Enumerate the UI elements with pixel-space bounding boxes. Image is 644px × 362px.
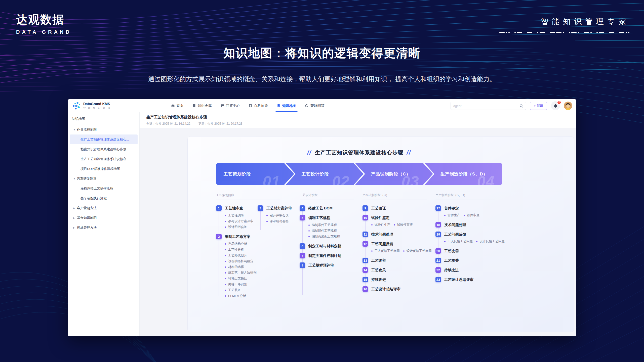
brand-logo-cn: 达观数据 — [16, 12, 72, 27]
step-title: 工艺改善 — [371, 258, 386, 263]
nav-item-qa-center[interactable]: 问答中心 — [220, 99, 240, 112]
process-step: 22持续改进 — [435, 267, 501, 273]
step-row: 14工艺攻关 — [363, 267, 433, 273]
nav-item-knowledge-repo[interactable]: 知识仓库 — [192, 99, 212, 112]
step-title: 制定工时与材料定额 — [308, 244, 341, 249]
step-row: 20工艺改善 — [435, 248, 501, 254]
column-tracks: 4搭建工艺 BOM5编制工艺规程编制零件工艺规程编制部件工艺规程编制总装配工艺规… — [300, 205, 360, 272]
step-row: 9工艺验证 — [363, 205, 433, 211]
tree-item-2[interactable]: 档案知识管理体系建设核心步骤 — [70, 144, 138, 154]
stage-number: 02 — [332, 174, 350, 185]
step-row: 4搭建工艺 BOM — [300, 205, 360, 211]
column-header: 产品试制阶段（C） — [363, 193, 427, 200]
step-title: 搭建工艺 BOM — [308, 206, 333, 211]
step-bullet: 工艺性调研 — [225, 213, 256, 218]
stage-arrow-3: 产品试制阶段（C）03 — [355, 163, 433, 185]
step-number-badge: 10 — [363, 215, 368, 220]
nav-item-smart-qa[interactable]: 智能问答 — [305, 99, 325, 112]
step-title: 工艺攻关 — [371, 268, 386, 273]
morse-code-decoration — [499, 31, 629, 33]
step-number-badge: 9 — [363, 205, 368, 211]
step-bullet: 设计图纸会签 — [225, 224, 256, 230]
process-step: 10试验件鉴定试验件生产试验件审查 — [363, 215, 433, 228]
step-number-badge: 21 — [435, 258, 441, 263]
nav-item-label: 知识仓库 — [198, 104, 212, 108]
process-step: 9工艺验证 — [363, 205, 433, 211]
tree-item-5[interactable]: ▼汽车研发制造 — [70, 174, 138, 184]
tree-item-label: 整车装配执行流程 — [80, 196, 107, 201]
tree-item-6[interactable]: 座椅焊接工艺操作流程 — [70, 184, 138, 193]
notification-button[interactable]: 2 — [551, 101, 560, 110]
nav-item-knowledge-map[interactable]: 知识地图 — [277, 99, 296, 112]
tree-item-1[interactable]: 生产工艺知识管理体系建设核心... — [70, 134, 138, 144]
stage-banner: 工艺策划阶段01工艺设计阶段02产品试制阶段（C）03生产制造阶段（S、D）04 — [216, 163, 502, 185]
step-row: 19工艺问题反馈 — [435, 231, 501, 237]
process-step: 1工艺性审查工艺性调研参与设计方案评审设计图纸会签 — [216, 205, 256, 230]
tree-item-4[interactable]: 项目SOP标准操作流程地图 — [70, 164, 138, 174]
search-box[interactable]: agent — [451, 102, 526, 110]
step-bullets: 召开评审会议评审结论会签 — [266, 213, 297, 224]
step-title: 编制工艺规程 — [308, 215, 330, 220]
main-nav: 首页知识仓库问答中心百科词条知识地图智能问答 — [171, 99, 325, 112]
step-number-badge: 19 — [435, 232, 441, 237]
bell-icon — [553, 104, 558, 108]
step-title: 试验件鉴定 — [371, 215, 390, 220]
content-area: 生产工艺知识管理体系建设核心步骤 创建：余放 2025-04-21 16:14:… — [140, 112, 576, 336]
step-row: 23工艺设计总结评审 — [435, 277, 501, 283]
step-title: 技术问题处理 — [371, 232, 393, 237]
search-input[interactable]: agent — [453, 104, 462, 108]
caret-down-icon: ▼ — [73, 177, 77, 180]
step-bullet: PFMEA 分析 — [225, 293, 256, 299]
diagram-column-2: 工艺设计阶段4搭建工艺 BOM5编制工艺规程编制零件工艺规程编制部件工艺规程编制… — [300, 193, 360, 302]
new-button[interactable]: + 新建 — [530, 102, 547, 110]
process-step: 15持续改进 — [363, 277, 433, 283]
step-row: 16工艺设计总结评审 — [363, 286, 433, 292]
process-step: 20工艺改善 — [435, 248, 501, 254]
app-brand-text: DataGrand KMS 智 能 知 识 管 理 — [83, 102, 111, 110]
diagram-title: 生产工艺知识管理体系建设核心步骤 — [315, 149, 404, 156]
search-icon — [519, 104, 523, 108]
brand-logo: 达观数据 DATA GRAND — [16, 12, 72, 35]
process-step: 12工艺问题反馈工人反馈工艺问题设计反馈工艺问题 — [363, 241, 433, 254]
column-header: 工艺设计阶段 — [300, 193, 354, 200]
nav-item-label: 百科词条 — [254, 104, 268, 108]
tree-item-label: 项目SOP标准操作流程地图 — [80, 167, 120, 171]
tree-item-label: 生产工艺知识管理体系建设核心... — [80, 137, 129, 142]
tree-item-label: 档案知识管理体系建设核心步骤 — [80, 147, 126, 152]
step-bullet: 评审结论会签 — [266, 218, 297, 224]
tree-item-0[interactable]: ▼作业流程地图 — [70, 125, 138, 134]
nav-item-label: 知识地图 — [282, 104, 296, 108]
slide-title: 知识地图：将知识的逻辑变得更清晰 — [0, 45, 644, 61]
tree-item-9[interactable]: ▶基金知识地图 — [70, 213, 138, 223]
column-tracks: 17首件鉴定首件生产首件审查18技术问题处理19工艺问题反馈工人反馈工艺问题设计… — [435, 205, 501, 286]
step-title: 工艺性审查 — [225, 206, 243, 211]
tree-item-7[interactable]: 整车装配执行流程 — [70, 193, 138, 203]
step-number-badge: 20 — [435, 248, 441, 254]
nav-item-home[interactable]: 首页 — [171, 99, 184, 112]
step-track: 9工艺验证10试验件鉴定试验件生产试验件审查11技术问题处理12工艺问题反馈工人… — [363, 205, 433, 296]
step-row: 13工艺改善 — [363, 257, 433, 263]
process-step: 17首件鉴定首件生产首件审查 — [435, 205, 501, 218]
book-icon — [249, 104, 252, 108]
process-step: 14工艺攻关 — [363, 267, 433, 273]
content-header: 生产工艺知识管理体系建设核心步骤 创建：余放 2025-04-21 16:14:… — [140, 112, 576, 128]
step-title: 工艺设计总结评审 — [444, 277, 473, 282]
column-header: 工艺策划阶段 — [216, 193, 280, 200]
nav-item-wiki-entries[interactable]: 百科词条 — [249, 99, 268, 112]
step-row: 3工艺总方案评审 — [258, 205, 297, 211]
doc-created: 创建：余放 2025-04-21 16:14:22 — [146, 122, 190, 126]
avatar[interactable] — [564, 102, 572, 110]
step-title: 技术问题处理 — [444, 222, 466, 227]
notification-badge: 2 — [557, 100, 561, 105]
step-number-badge: 1 — [216, 205, 222, 211]
step-title: 工艺改善 — [444, 249, 459, 253]
tree-item-8[interactable]: ▶客户营销方法 — [70, 203, 138, 213]
process-step: 2编制工艺总方案产品结构分析工艺性分析工艺路线划分设备的选择与鉴定材料的选择新工… — [216, 234, 256, 299]
tree-item-10[interactable]: ▶投标管理方法 — [70, 223, 138, 233]
tree-item-3[interactable]: 生产工艺知识管理体系建设核心... — [70, 154, 138, 164]
diagram-column-1: 工艺策划阶段1工艺性审查工艺性调研参与设计方案评审设计图纸会签2编制工艺总方案产… — [216, 193, 297, 302]
slide: 达观数据 DATA GRAND 智能知识管理专家 知识地图：将知识的逻辑变得更清… — [0, 0, 644, 362]
step-row: 6制定工时与材料定额 — [300, 243, 360, 249]
column-tracks: 1工艺性审查工艺性调研参与设计方案评审设计图纸会签2编制工艺总方案产品结构分析工… — [216, 205, 297, 302]
step-track: 4搭建工艺 BOM5编制工艺规程编制零件工艺规程编制部件工艺规程编制总装配工艺规… — [300, 205, 360, 272]
